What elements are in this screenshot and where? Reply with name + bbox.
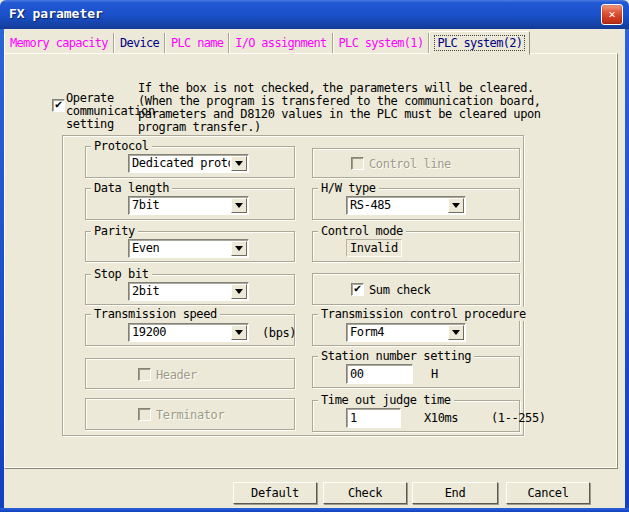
end-button[interactable]: End (412, 482, 498, 504)
cancel-button[interactable]: Cancel (506, 482, 590, 504)
tab-io-assignment[interactable]: I/O assignment (229, 33, 332, 53)
transmission-control-procedure-label: Transmission control procedure (318, 307, 529, 321)
default-button[interactable]: Default (233, 482, 317, 504)
title-bar: FX parameter ✕ (0, 0, 629, 29)
time-out-unit-label: X10ms (424, 412, 458, 425)
stop-bit-label: Stop bit (91, 267, 152, 281)
parity-value: Even (132, 242, 230, 255)
control-line-checkbox (351, 157, 364, 170)
sum-check-group: ✔ Sum check (312, 273, 520, 305)
hw-type-dropdown[interactable]: RS-485 (346, 196, 466, 215)
tab-plc-name[interactable]: PLC name (165, 33, 229, 53)
transmission-control-procedure-value: Form4 (350, 326, 447, 339)
control-mode-label: Control mode (318, 224, 406, 238)
hw-type-value: RS-485 (350, 199, 447, 212)
parity-group: Parity Even (85, 231, 295, 262)
operate-communication-setting-checkbox[interactable]: ✔ (52, 99, 65, 112)
fx-parameter-dialog: FX parameter ✕ Memory capacity Device PL… (0, 0, 629, 512)
control-mode-value: Invalid (346, 239, 402, 257)
transmission-speed-value: 19200 (132, 326, 230, 339)
bps-unit-label: (bps) (262, 327, 296, 340)
control-mode-group: Control mode Invalid (312, 231, 520, 262)
station-number-unit-label: H (431, 368, 438, 381)
transmission-speed-dropdown[interactable]: 19200 (128, 323, 249, 342)
hw-type-group: H/W type RS-485 (312, 188, 520, 220)
time-out-range-label: (1--255) (491, 412, 546, 425)
dropdown-arrow-icon[interactable] (231, 241, 247, 256)
tab-plc-system-2-label: PLC system(2) (434, 35, 525, 51)
transmission-control-procedure-group: Transmission control procedure Form4 (312, 314, 520, 346)
check-icon: ✔ (354, 281, 361, 295)
station-number-input[interactable] (346, 364, 413, 384)
window-title: FX parameter (9, 6, 103, 21)
tab-device[interactable]: Device (114, 33, 165, 53)
tab-plc-system-1[interactable]: PLC system(1) (333, 33, 430, 53)
dropdown-arrow-icon[interactable] (231, 284, 247, 299)
control-line-label: Control line (369, 158, 451, 171)
parity-dropdown[interactable]: Even (128, 239, 249, 258)
stop-bit-value: 2bit (132, 285, 230, 298)
station-number-setting-label: Station number setting (318, 349, 474, 363)
time-out-judge-time-group: Time out judge time X10ms (1--255) (312, 400, 520, 432)
data-length-group: Data length 7bit (85, 188, 295, 220)
protocol-label: Protocol (91, 139, 152, 153)
close-button[interactable]: ✕ (601, 4, 623, 25)
hw-type-label: H/W type (318, 181, 379, 195)
dropdown-arrow-icon[interactable] (448, 325, 464, 340)
tab-plc-system-2[interactable]: PLC system(2) (429, 31, 530, 55)
station-number-setting-group: Station number setting H (312, 356, 520, 388)
tab-strip: Memory capacity Device PLC name I/O assi… (4, 31, 530, 53)
terminator-checkbox (138, 408, 151, 421)
check-button[interactable]: Check (323, 482, 407, 504)
sum-check-label: Sum check (369, 284, 430, 297)
data-length-dropdown[interactable]: 7bit (128, 196, 249, 215)
window-frame-left (0, 28, 4, 512)
close-icon: ✕ (609, 7, 616, 21)
control-line-group: Control line (312, 148, 520, 178)
data-length-label: Data length (91, 181, 172, 195)
window-frame-bottom (0, 508, 629, 512)
time-out-input[interactable] (346, 408, 401, 428)
protocol-group: Protocol Dedicated protoco (85, 146, 295, 178)
window-frame-right (625, 28, 629, 512)
protocol-dropdown[interactable]: Dedicated protoco (128, 154, 249, 173)
header-group: Header (85, 358, 295, 389)
protocol-value: Dedicated protoco (132, 157, 230, 170)
dropdown-arrow-icon[interactable] (448, 198, 464, 213)
check-icon: ✔ (55, 97, 62, 111)
sum-check-checkbox[interactable]: ✔ (351, 283, 364, 296)
header-label: Header (156, 369, 197, 382)
stop-bit-dropdown[interactable]: 2bit (128, 282, 249, 301)
transmission-control-procedure-dropdown[interactable]: Form4 (346, 323, 466, 342)
parity-label: Parity (91, 224, 138, 238)
time-out-judge-time-label: Time out judge time (318, 393, 454, 407)
terminator-group: Terminator (85, 398, 295, 430)
transmission-speed-group: Transmission speed 19200 (bps) (85, 314, 295, 346)
terminator-label: Terminator (156, 409, 224, 422)
stop-bit-group: Stop bit 2bit (85, 274, 295, 305)
transmission-speed-label: Transmission speed (91, 307, 220, 321)
data-length-value: 7bit (132, 199, 230, 212)
dropdown-arrow-icon[interactable] (231, 325, 247, 340)
tab-memory-capacity[interactable]: Memory capacity (4, 33, 114, 53)
header-checkbox (138, 368, 151, 381)
dropdown-arrow-icon[interactable] (231, 156, 247, 171)
notice-line-4: program transfer.) (138, 121, 261, 134)
dropdown-arrow-icon[interactable] (231, 198, 247, 213)
